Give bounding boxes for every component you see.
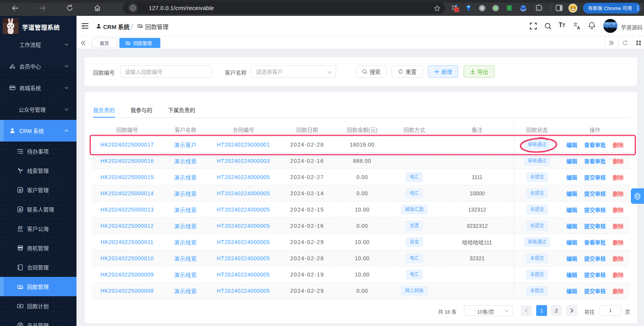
svg-text:文心一言: 文心一言 xyxy=(606,22,615,26)
svg-text:A: A xyxy=(577,26,580,30)
svg-text:1: 1 xyxy=(20,305,21,307)
svg-text:6: 6 xyxy=(456,8,458,12)
